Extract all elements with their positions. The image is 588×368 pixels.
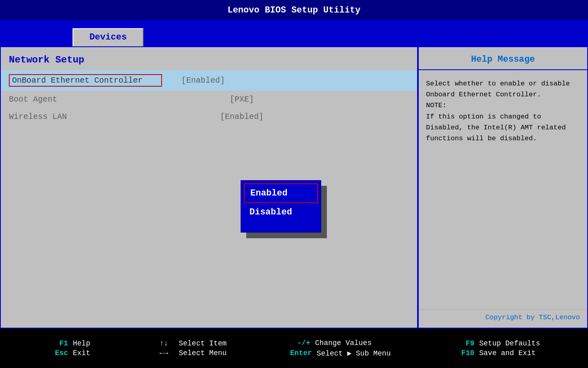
hotkey-f1: F1 Help [48, 339, 90, 347]
setting-name-ethernet: OnBoard Ethernet Controller [9, 74, 162, 87]
main-content: Network Setup OnBoard Ethernet Controlle… [0, 46, 588, 328]
setting-value-wireless: [Enabled] [162, 112, 264, 121]
hotkey-enter-key: Enter [290, 349, 312, 357]
devices-tab-label: Devices [89, 32, 127, 42]
title-text: Lenovo BIOS Setup Utility [227, 5, 360, 15]
dropdown-option-disabled[interactable]: Disabled [244, 203, 318, 221]
dropdown-option-enabled[interactable]: Enabled [244, 183, 318, 203]
devices-tab[interactable]: Devices [73, 28, 143, 46]
setting-name-boot-agent: Boot Agent [9, 95, 162, 104]
right-panel: Help Message Select whether to enable or… [418, 47, 587, 328]
setting-row-boot-agent[interactable]: Boot Agent [PXE] [1, 91, 417, 108]
hotkey-group-values: -/+ Change Values Enter Select ▶ Sub Men… [290, 339, 391, 358]
hotkey-f10-key: F10 [454, 349, 474, 357]
hotkey-group-arrows: ↑↓ Select Item ←→ Select Menu [154, 339, 226, 357]
hotkey-enter: Enter Select ▶ Sub Menu [290, 349, 391, 358]
hotkey-f9: F9 Setup Defaults [454, 339, 540, 347]
setting-value-ethernet: [Enabled] [162, 76, 225, 85]
hotkey-esc-desc: Exit [73, 349, 90, 357]
title-bar: Lenovo BIOS Setup Utility [0, 0, 588, 20]
hotkey-f9-key: F9 [454, 339, 474, 347]
hotkey-group-f1-esc: F1 Help Esc Exit [48, 339, 90, 357]
hotkey-updown-key: ↑↓ [154, 339, 174, 347]
hotkey-f1-desc: Help [73, 339, 90, 347]
hotkey-enter-desc: Select ▶ Sub Menu [317, 349, 391, 358]
setting-value-boot-agent: [PXE] [162, 95, 254, 104]
hotkey-group-f9-f10: F9 Setup Defaults F10 Save and Exit [454, 339, 540, 357]
left-panel: Network Setup OnBoard Ethernet Controlle… [1, 47, 418, 328]
dropdown-box[interactable]: Enabled Disabled [241, 180, 321, 233]
hotkey-leftright-desc: Select Menu [179, 349, 226, 357]
setting-name-wireless: Wireless LAN [9, 112, 162, 121]
copyright: Copyright by TSC,Lenovo [419, 309, 587, 328]
help-title: Help Message [419, 47, 587, 70]
hotkey-updown: ↑↓ Select Item [154, 339, 226, 347]
help-text: Select whether to enable or disable Onbo… [419, 70, 587, 309]
hotkey-minusplus: -/+ Change Values [290, 339, 372, 347]
hotkey-f1-key: F1 [48, 339, 68, 347]
hotkey-f10: F10 Save and Exit [454, 349, 536, 357]
hotkey-leftright-key: ←→ [154, 349, 174, 357]
setting-row-ethernet[interactable]: OnBoard Ethernet Controller [Enabled] [1, 70, 417, 91]
hotkey-leftright: ←→ Select Menu [154, 349, 226, 357]
hotkey-f9-desc: Setup Defaults [479, 339, 540, 347]
hotkey-minusplus-key: -/+ [290, 339, 310, 347]
hotkey-f10-desc: Save and Exit [479, 349, 536, 357]
section-title: Network Setup [1, 47, 417, 70]
hotkey-updown-desc: Select Item [179, 339, 226, 347]
setting-row-wireless[interactable]: Wireless LAN [Enabled] [1, 108, 417, 125]
bottom-bar: F1 Help Esc Exit ↑↓ Select Item ←→ Selec… [0, 328, 588, 368]
tab-bar: Devices [0, 20, 588, 46]
hotkey-minusplus-desc: Change Values [315, 339, 372, 347]
hotkey-esc-key: Esc [48, 349, 68, 357]
dropdown-popup: Enabled Disabled [241, 180, 321, 233]
hotkey-esc: Esc Exit [48, 349, 90, 357]
